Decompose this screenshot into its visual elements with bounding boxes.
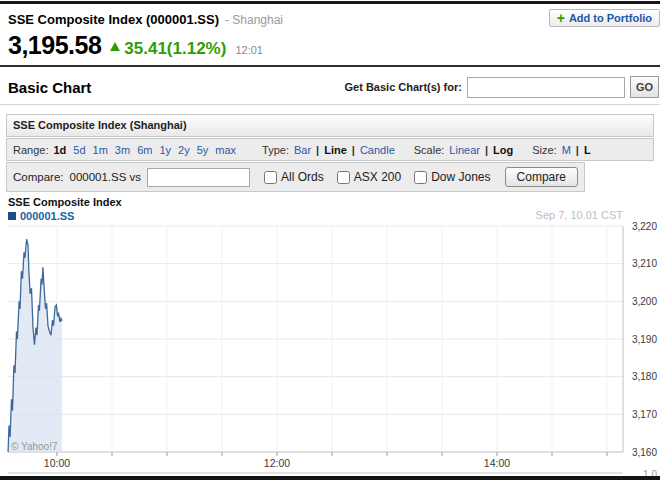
compare-checkboxes: All OrdsASX 200Dow Jones (264, 170, 490, 184)
checkbox-label: All Ords (281, 170, 324, 184)
chart-module: SSE Composite Index (Shanghai) Range: 1d… (6, 114, 654, 192)
quote-exchange: - Shanghai (225, 13, 283, 27)
bottom-divider (0, 476, 660, 480)
type-option-candle[interactable]: Candle (360, 144, 395, 156)
type-label: Type: (262, 144, 289, 156)
chart-module-title: SSE Composite Index (Shanghai) (6, 114, 654, 137)
get-chart-group: Get Basic Chart(s) for: GO (345, 76, 659, 98)
range-label: Range: (13, 144, 48, 156)
type-option-line[interactable]: Line (324, 144, 347, 156)
range-option-5d[interactable]: 5d (73, 144, 85, 156)
type-control: Type: Bar|Line|Candle (262, 144, 395, 156)
compare-label: Compare: (13, 171, 64, 183)
go-button[interactable]: GO (630, 76, 659, 98)
type-option-bar[interactable]: Bar (294, 144, 311, 156)
price-change: 35.41(1.12%) (124, 39, 226, 59)
compare-checkbox-asx-200[interactable]: ASX 200 (337, 170, 401, 184)
compare-bar: Compare: 000001.SS vs All OrdsASX 200Dow… (6, 162, 585, 192)
top-divider (0, 1, 660, 4)
range-option-6m[interactable]: 6m (137, 144, 152, 156)
y-axis-label: 3,200 (632, 296, 657, 307)
get-chart-input[interactable] (467, 77, 625, 98)
y-axis-label: 3,190 (632, 334, 657, 345)
price-chart-svg: 3,2203,2103,2003,1903,1803,1703,16010:00… (0, 215, 660, 480)
separator: | (576, 144, 579, 156)
compare-checkbox-dow-jones[interactable]: Dow Jones (414, 170, 490, 184)
plus-icon: + (557, 13, 565, 24)
size-option-m[interactable]: M (562, 144, 571, 156)
quote-price-row: 3,195.58 35.41(1.12%) 12:01 (8, 31, 263, 60)
last-price: 3,195.58 (8, 31, 101, 60)
checkbox-input[interactable] (337, 171, 350, 184)
add-to-portfolio-button[interactable]: + Add to Portfolio (549, 9, 660, 27)
up-arrow-icon (110, 42, 120, 51)
checkbox-label: Dow Jones (431, 170, 490, 184)
x-axis-label: 10:00 (44, 457, 70, 469)
separator: | (485, 144, 488, 156)
page: SSE Composite Index (000001.SS) - Shangh… (0, 0, 660, 480)
size-option-l[interactable]: L (584, 144, 591, 156)
scale-label: Scale: (414, 144, 445, 156)
compare-input[interactable] (147, 168, 250, 187)
page-title: Basic Chart (8, 79, 91, 96)
get-chart-label: Get Basic Chart(s) for: (345, 81, 462, 93)
section-divider (0, 104, 660, 105)
watermark: © Yahoo!7 (11, 441, 58, 452)
scale-control: Scale: Linear|Log (414, 144, 513, 156)
range-option-1y[interactable]: 1y (159, 144, 171, 156)
x-axis-label: 12:00 (264, 457, 290, 469)
quote-title: SSE Composite Index (000001.SS) (8, 12, 219, 27)
chart-controls-bar: Range: 1d5d1m3m6m1y2y5ymax Type: Bar|Lin… (6, 138, 654, 161)
y-axis-label: 3,180 (632, 371, 657, 382)
scale-option-log[interactable]: Log (493, 144, 513, 156)
compare-checkbox-all-ords[interactable]: All Ords (264, 170, 324, 184)
scale-option-linear[interactable]: Linear (449, 144, 480, 156)
y-axis-label: 3,160 (632, 447, 657, 458)
size-control: Size: M|L (532, 144, 590, 156)
separator: | (316, 144, 319, 156)
range-option-max[interactable]: max (215, 144, 236, 156)
range-option-1m[interactable]: 1m (93, 144, 108, 156)
separator: | (352, 144, 355, 156)
compare-symbol: 000001.SS vs (70, 171, 142, 183)
y-axis-label: 3,170 (632, 409, 657, 420)
checkbox-label: ASX 200 (354, 170, 401, 184)
range-option-3m[interactable]: 3m (115, 144, 130, 156)
y-axis-label: 3,220 (632, 221, 657, 232)
range-control: Range: 1d5d1m3m6m1y2y5ymax (13, 144, 243, 156)
quote-time: 12:01 (235, 44, 263, 56)
add-to-portfolio-label: Add to Portfolio (569, 12, 652, 24)
compare-button[interactable]: Compare (505, 167, 578, 187)
y-axis-label: 3,210 (632, 258, 657, 269)
range-option-1d[interactable]: 1d (53, 144, 66, 156)
size-label: Size: (532, 144, 556, 156)
chart-title: SSE Composite Index (8, 196, 660, 208)
checkbox-input[interactable] (414, 171, 427, 184)
range-option-5y[interactable]: 5y (197, 144, 209, 156)
quote-header: SSE Composite Index (000001.SS) - Shangh… (8, 12, 283, 27)
header-divider (0, 65, 660, 67)
range-option-2y[interactable]: 2y (178, 144, 190, 156)
x-axis-label: 14:00 (484, 457, 510, 469)
checkbox-input[interactable] (264, 171, 277, 184)
basic-chart-bar: Basic Chart Get Basic Chart(s) for: GO (8, 76, 659, 98)
